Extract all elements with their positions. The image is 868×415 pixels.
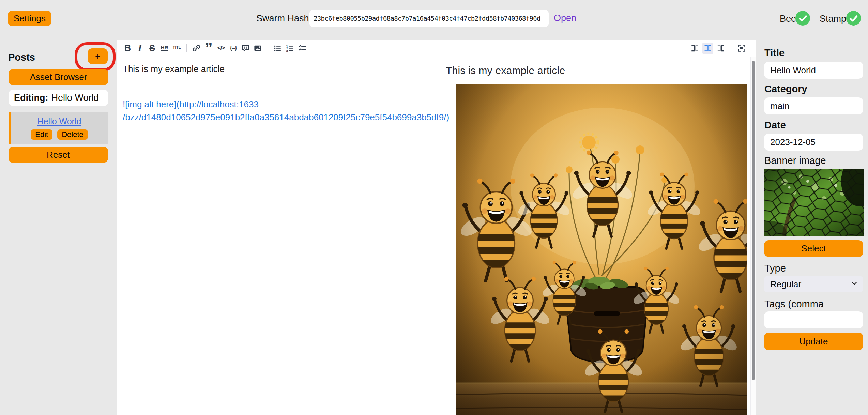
chevron-down-icon [850, 279, 858, 290]
swarm-hash-input[interactable] [309, 10, 549, 27]
stamp-status-label: Stamp [820, 14, 846, 24]
preview-scrollbar[interactable] [750, 57, 756, 415]
editor-text-line: This is my example article [123, 62, 431, 75]
toolbar-divider [268, 44, 268, 52]
update-button[interactable]: Update [764, 333, 863, 350]
post-actions: Edit Delete [31, 129, 88, 140]
bold-icon[interactable]: B [122, 42, 133, 54]
type-select[interactable]: Regular [764, 276, 863, 292]
post-title-link[interactable]: Hello World [37, 117, 81, 126]
date-label: Date [764, 120, 786, 131]
tags-input[interactable] [764, 311, 863, 328]
scrollbar-thumb[interactable] [752, 61, 755, 380]
markdown-image-syntax: ![img alt here](http://localhost:1633 /b… [123, 98, 431, 124]
markdown-editor-panel: B I S HR TITL ” </> {=} [117, 40, 756, 415]
banner-image-thumbnail [764, 169, 864, 236]
title-input[interactable] [764, 62, 863, 79]
bee-status-label: Bee [780, 14, 796, 24]
view-preview-only-icon[interactable] [715, 43, 726, 54]
comment-code-icon[interactable] [240, 42, 251, 54]
type-select-value: Regular [770, 279, 801, 290]
quote-icon[interactable]: ” [203, 42, 214, 54]
swarm-hash-label: Swarm Hash [256, 13, 309, 24]
view-editor-only-icon[interactable] [689, 43, 700, 54]
inline-code-icon[interactable]: </> [215, 42, 227, 54]
stamp-check-icon [846, 11, 861, 26]
fullscreen-icon[interactable] [736, 43, 747, 54]
select-banner-button[interactable]: Select [764, 240, 863, 257]
editing-status: Editing: Hello World [9, 90, 108, 106]
asset-browser-button[interactable]: Asset Browser [9, 69, 108, 85]
markdown-editor[interactable]: This is my example article ![img alt her… [117, 57, 437, 415]
delete-post-button[interactable]: Delete [57, 129, 88, 140]
task-list-icon[interactable] [296, 42, 308, 54]
article-bee-illustration [456, 84, 747, 415]
preview-paragraph: This is my example article [446, 65, 750, 76]
settings-button[interactable]: Settings [8, 11, 51, 26]
category-input[interactable] [764, 97, 863, 114]
image-icon[interactable] [252, 42, 263, 54]
strikethrough-icon[interactable]: S [147, 42, 158, 54]
bee-check-icon [795, 11, 810, 26]
toolbar-divider [731, 44, 731, 53]
date-input[interactable] [764, 134, 863, 151]
add-post-button[interactable]: + [88, 48, 108, 64]
editor-toolbar: B I S HR TITL ” </> {=} [117, 40, 756, 56]
view-controls [689, 40, 747, 56]
svg-text:3: 3 [286, 49, 288, 52]
type-label: Type [764, 263, 786, 274]
view-split-icon[interactable] [702, 43, 713, 54]
posts-heading: Posts [8, 52, 35, 63]
italic-icon[interactable]: I [134, 42, 146, 54]
category-label: Category [764, 83, 807, 95]
title-label: Title [764, 47, 785, 59]
code-block-icon[interactable]: {=} [228, 42, 239, 54]
toolbar-divider [186, 44, 187, 52]
ordered-list-icon[interactable]: 1 2 3 [284, 42, 295, 54]
markdown-preview: This is my example article [437, 57, 750, 415]
editing-prefix: Editing: [14, 93, 48, 103]
banner-image-label: Banner image [764, 155, 826, 166]
title-icon[interactable]: TITL [171, 42, 182, 54]
unordered-list-icon[interactable] [272, 42, 283, 54]
post-list-item: Hello World Edit Delete [9, 112, 108, 144]
link-icon[interactable] [191, 42, 202, 54]
edit-post-button[interactable]: Edit [31, 129, 52, 140]
reset-button[interactable]: Reset [9, 147, 108, 163]
editing-post-title: Hello World [51, 93, 98, 103]
horizontal-rule-icon[interactable]: HR [159, 42, 170, 54]
post-settings-sidebar: Title Category Date Banner image Select … [756, 40, 868, 415]
open-link[interactable]: Open [554, 13, 576, 24]
